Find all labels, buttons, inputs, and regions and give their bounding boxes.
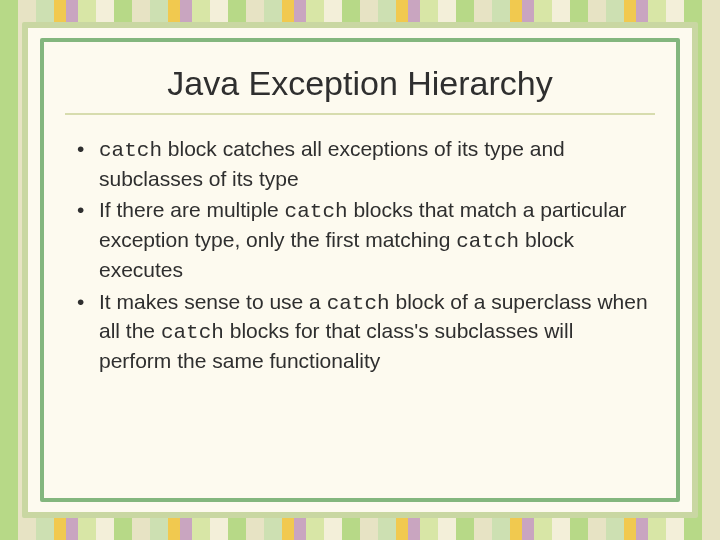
bullet-item: catch block catches all exceptions of it… [75,135,651,192]
plain-text: If there are multiple [99,198,285,221]
code-text: catch [327,292,390,315]
code-text: catch [285,200,348,223]
plain-text: block catches all exceptions of its type… [99,137,565,190]
code-text: catch [456,230,519,253]
slide-title: Java Exception Hierarchy [65,58,655,115]
code-text: catch [161,321,224,344]
slide-content: Java Exception Hierarchy catch block cat… [55,50,665,490]
bullet-list: catch block catches all exceptions of it… [65,135,655,375]
plain-text: It makes sense to use a [99,290,327,313]
code-text: catch [99,139,162,162]
bullet-item: If there are multiple catch blocks that … [75,196,651,283]
bullet-item: It makes sense to use a catch block of a… [75,288,651,375]
